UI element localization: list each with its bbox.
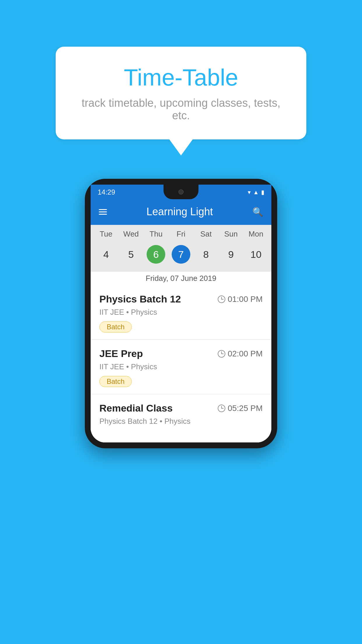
phone-notch <box>164 185 198 199</box>
class-item-2[interactable]: JEE Prep 02:00 PM IIT JEE • Physics Batc… <box>91 340 271 394</box>
phone-mockup: 14:29 ▾ ▲ ▮ Learning Light 🔍 <box>85 179 277 448</box>
date-circle-9: 9 <box>222 245 240 264</box>
page-subtitle: track timetable, upcoming classes, tests… <box>79 97 283 122</box>
class-meta-2: IIT JEE • Physics <box>99 362 263 371</box>
class-name-1: Physics Batch 12 <box>99 293 181 305</box>
class-time-label-2: 02:00 PM <box>228 349 263 358</box>
class-meta-3: Physics Batch 12 • Physics <box>99 417 263 426</box>
date-circle-5: 5 <box>122 245 140 264</box>
class-name-2: JEE Prep <box>99 348 143 359</box>
calendar-days-header: Tue Wed Thu Fri Sat Sun Mon <box>91 225 271 241</box>
day-label-fri[interactable]: Fri <box>168 230 194 239</box>
day-label-sat[interactable]: Sat <box>194 230 219 239</box>
battery-icon: ▮ <box>261 189 264 196</box>
class-time-label-3: 05:25 PM <box>228 404 263 413</box>
class-item-3-header: Remedial Class 05:25 PM <box>99 402 263 414</box>
menu-line-3 <box>99 214 107 215</box>
page-title: Time-Table <box>79 64 283 91</box>
clock-icon-3 <box>218 405 225 412</box>
clock-icon-1 <box>218 295 225 303</box>
date-circle-10: 10 <box>247 245 265 264</box>
class-name-3: Remedial Class <box>99 402 173 414</box>
class-item-3[interactable]: Remedial Class 05:25 PM Physics Batch 12… <box>91 394 271 442</box>
wifi-icon: ▾ <box>248 189 251 196</box>
day-label-thu[interactable]: Thu <box>143 230 168 239</box>
calendar-dates-row: 4 5 6 7 8 9 <box>91 241 271 271</box>
calendar-date-4[interactable]: 4 <box>94 242 119 267</box>
class-item-2-header: JEE Prep 02:00 PM <box>99 348 263 359</box>
menu-line-1 <box>99 209 107 210</box>
selected-date-label: Friday, 07 June 2019 <box>91 271 271 285</box>
speech-bubble-arrow <box>169 139 193 155</box>
menu-line-2 <box>99 211 107 212</box>
phone-wrapper: 14:29 ▾ ▲ ▮ Learning Light 🔍 <box>0 179 362 448</box>
status-time: 14:29 <box>98 188 115 196</box>
date-circle-4: 4 <box>97 245 115 264</box>
signal-icon: ▲ <box>253 189 259 196</box>
day-label-mon[interactable]: Mon <box>243 230 268 239</box>
menu-button[interactable] <box>99 209 107 215</box>
app-title: Learning Light <box>146 206 213 218</box>
date-circle-8: 8 <box>197 245 215 264</box>
app-bar: Learning Light 🔍 <box>91 199 271 225</box>
class-time-1: 01:00 PM <box>218 295 263 304</box>
day-label-sun[interactable]: Sun <box>219 230 244 239</box>
batch-badge-2: Batch <box>99 376 132 387</box>
day-label-wed[interactable]: Wed <box>119 230 144 239</box>
date-circle-7: 7 <box>172 245 190 264</box>
calendar-date-9[interactable]: 9 <box>219 242 244 267</box>
calendar-date-7[interactable]: 7 <box>168 242 194 267</box>
day-label-tue[interactable]: Tue <box>94 230 119 239</box>
class-time-3: 05:25 PM <box>218 404 263 413</box>
calendar-section: Tue Wed Thu Fri Sat Sun Mon 4 5 <box>91 225 271 285</box>
front-camera <box>178 189 184 195</box>
speech-bubble-container: Time-Table track timetable, upcoming cla… <box>56 47 306 155</box>
calendar-date-6[interactable]: 6 <box>143 242 168 267</box>
date-circle-6: 6 <box>147 245 165 264</box>
clock-icon-2 <box>218 350 225 358</box>
class-list: Physics Batch 12 01:00 PM IIT JEE • Phys… <box>91 285 271 442</box>
status-icons: ▾ ▲ ▮ <box>248 189 264 196</box>
class-time-2: 02:00 PM <box>218 349 263 358</box>
calendar-date-8[interactable]: 8 <box>194 242 219 267</box>
calendar-date-5[interactable]: 5 <box>119 242 144 267</box>
search-icon[interactable]: 🔍 <box>252 207 263 217</box>
class-meta-1: IIT JEE • Physics <box>99 308 263 317</box>
class-item-1-header: Physics Batch 12 01:00 PM <box>99 293 263 305</box>
calendar-date-10[interactable]: 10 <box>243 242 268 267</box>
batch-badge-1: Batch <box>99 321 132 332</box>
class-item-1[interactable]: Physics Batch 12 01:00 PM IIT JEE • Phys… <box>91 285 271 340</box>
class-time-label-1: 01:00 PM <box>228 295 263 304</box>
speech-bubble: Time-Table track timetable, upcoming cla… <box>56 47 306 139</box>
phone-screen: 14:29 ▾ ▲ ▮ Learning Light 🔍 <box>91 185 271 442</box>
